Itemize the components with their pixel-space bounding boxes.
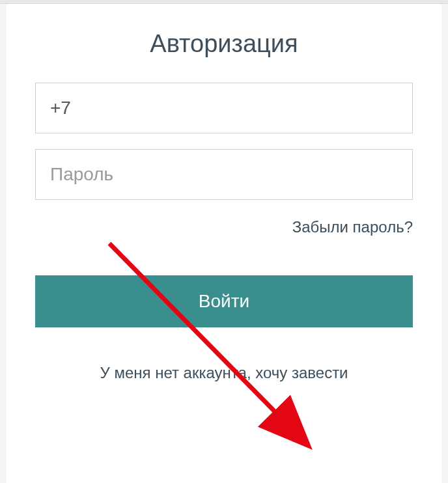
phone-input[interactable]: [35, 83, 413, 133]
login-card: Авторизация Забыли пароль? Войти У меня …: [7, 4, 441, 483]
forgot-password-link[interactable]: Забыли пароль?: [35, 218, 413, 236]
annotation-arrow-icon: [104, 238, 339, 460]
register-link[interactable]: У меня нет аккаунта, хочу завести: [35, 364, 413, 382]
page-title: Авторизация: [35, 30, 413, 58]
password-input[interactable]: [35, 149, 413, 200]
login-button[interactable]: Войти: [35, 275, 413, 327]
svg-line-1: [109, 243, 306, 443]
